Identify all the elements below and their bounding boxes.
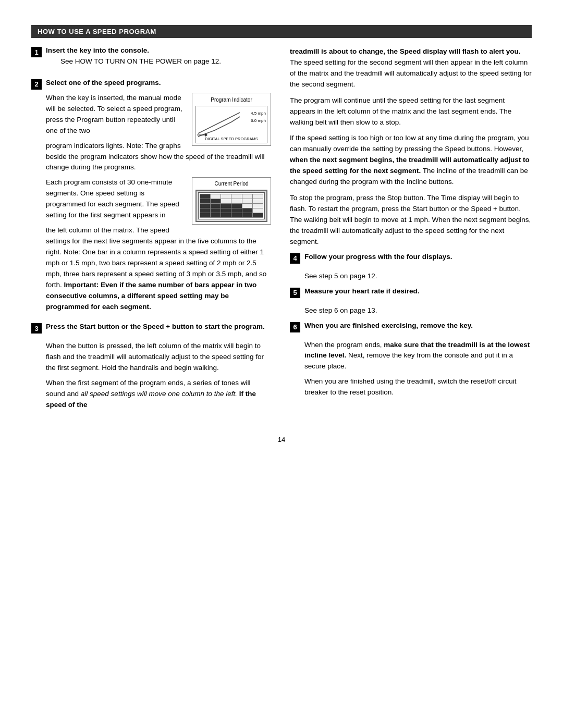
- digital-programs-label: DIGITAL SPEED PROGRAMS: [196, 136, 267, 142]
- step-4-number: 4: [290, 253, 300, 264]
- step-3-title: Press the Start button or the Speed + bu…: [46, 323, 265, 330]
- current-period-label: Current Period: [195, 180, 267, 188]
- step-6-body: When the program ends, make sure that th…: [304, 340, 532, 399]
- matrix-cell-filled: [221, 208, 231, 213]
- step-3-number: 3: [31, 323, 42, 334]
- matrix-cell: [221, 199, 231, 203]
- matrix-cell: [221, 194, 231, 199]
- matrix-cell-filled: [231, 203, 242, 208]
- right-intro: treadmill is about to change, the Speed …: [290, 46, 532, 90]
- left-column: 1 Insert the key into the console. See H…: [31, 46, 271, 415]
- matrix-table: [200, 194, 263, 218]
- right-intro-rest: The speed setting for the second segment…: [290, 58, 532, 88]
- matrix-row: [200, 208, 263, 213]
- matrix-row: [200, 213, 263, 217]
- matrix-cell-filled: [211, 203, 221, 208]
- step-3-italic: all speed settings will move one column …: [81, 390, 237, 398]
- step-6: 6 When you are finished exercising, remo…: [290, 322, 532, 332]
- matrix-cell: [231, 199, 242, 203]
- speed-label-2: 6.0 mph: [251, 118, 266, 124]
- step-3-body: When the button is pressed, the left col…: [46, 341, 271, 411]
- matrix-cell: [211, 194, 221, 199]
- step-5-body: See step 6 on page 13.: [304, 305, 532, 316]
- step-2-important: Important: Even if the same number of ba…: [46, 281, 256, 311]
- step-5: 5 Measure your heart rate if desired.: [290, 287, 532, 298]
- matrix-cell-filled: [231, 213, 242, 217]
- matrix-cell-filled: [221, 213, 231, 217]
- right-intro-bold: treadmill is about to change, the Speed …: [290, 47, 521, 55]
- prog-indicator-diagram: 4.5 mph 6.0 mph DIGITAL SPEED PROGRAMS: [195, 106, 267, 143]
- matrix-cell: [242, 194, 252, 199]
- step-3-para1: When the button is pressed, the left col…: [46, 341, 271, 374]
- matrix-cell-filled: [200, 203, 211, 208]
- matrix-cell-filled: [211, 208, 221, 213]
- step-2: 2 Select one of the speed programs.: [31, 79, 271, 90]
- matrix-inner: [198, 192, 265, 219]
- right-para3: If the speed setting is too high or too …: [290, 133, 532, 188]
- step-6-title: When you are finished exercising, remove…: [304, 322, 473, 329]
- step-2-body: Program Indicator 4.5 mph: [46, 93, 271, 317]
- step-4-title: Follow your progress with the four displ…: [304, 253, 452, 261]
- step-1-title: Insert the key into the console.: [46, 46, 221, 54]
- right-para4: To stop the program, press the Stop butt…: [290, 193, 532, 248]
- matrix-cell: [242, 199, 252, 203]
- step-6-para1: When the program ends, make sure that th…: [304, 340, 532, 373]
- step-4-body: See step 5 on page 12.: [304, 271, 532, 282]
- step-6-number: 6: [290, 322, 300, 332]
- prog-indicator-label: Program Indicator: [195, 96, 267, 104]
- right-para2: The program will continue until the spee…: [290, 95, 532, 128]
- matrix-cell: [252, 208, 263, 213]
- matrix-cell: [231, 194, 242, 199]
- program-indicator-figure: Program Indicator 4.5 mph: [192, 93, 271, 146]
- current-period-figure: Current Period: [192, 177, 271, 225]
- section-header-text: HOW TO USE A SPEED PROGRAM: [38, 28, 156, 35]
- matrix-cell-filled: [211, 199, 221, 203]
- matrix-cell-filled: [242, 208, 252, 213]
- matrix-outer: [195, 190, 267, 222]
- step-3: 3 Press the Start button or the Speed + …: [31, 323, 271, 334]
- section-header: HOW TO USE A SPEED PROGRAM: [31, 25, 532, 38]
- matrix-cell-filled: [211, 213, 221, 217]
- matrix-cell: [242, 203, 252, 208]
- matrix-cell-filled: [231, 208, 242, 213]
- matrix-cell-filled: [200, 194, 211, 199]
- matrix-cell-filled: [200, 213, 211, 217]
- step-5-number: 5: [290, 288, 300, 298]
- matrix-cell: [252, 199, 263, 203]
- step-4: 4 Follow your progress with the four dis…: [290, 253, 532, 264]
- step-6-para2: When you are finished using the treadmil…: [304, 376, 532, 398]
- matrix-row: [200, 199, 263, 203]
- step-3-para2: When the first segment of the program en…: [46, 378, 271, 411]
- step-2-number: 2: [31, 79, 42, 90]
- matrix-cell: [252, 203, 263, 208]
- page: HOW TO USE A SPEED PROGRAM 1 Insert the …: [0, 0, 563, 728]
- step-1-body: See HOW TO TURN ON THE POWER on page 12.: [60, 56, 221, 67]
- step-2-para4: the left column of the matrix. The speed…: [46, 225, 271, 312]
- matrix-cell-filled: [200, 208, 211, 213]
- matrix-cell-filled: [242, 213, 252, 217]
- matrix-cell: [252, 194, 263, 199]
- page-number: 14: [31, 436, 532, 443]
- matrix-cell-filled: [200, 199, 211, 203]
- step-1-number: 1: [31, 47, 42, 57]
- speed-label-1: 4.5 mph: [251, 110, 266, 117]
- right-column: treadmill is about to change, the Speed …: [290, 46, 532, 415]
- step-2-title: Select one of the speed programs.: [46, 79, 271, 87]
- matrix-cell-filled: [252, 213, 263, 217]
- matrix-row: [200, 194, 263, 199]
- step-5-title: Measure your heart rate if desired.: [304, 287, 420, 295]
- step-1: 1 Insert the key into the console. See H…: [31, 46, 271, 71]
- matrix-cell-filled: [221, 203, 231, 208]
- matrix-row: [200, 203, 263, 208]
- two-column-layout: 1 Insert the key into the console. See H…: [31, 46, 532, 415]
